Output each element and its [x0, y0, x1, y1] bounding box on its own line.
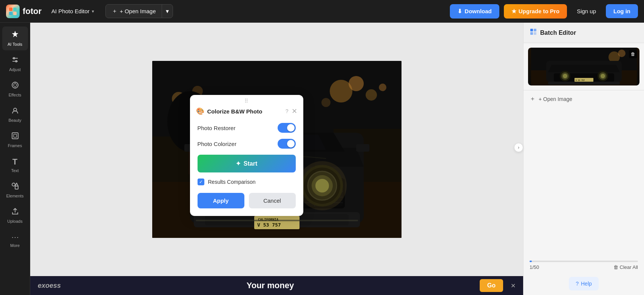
- open-image-main[interactable]: ＋ + Open Image: [106, 5, 162, 18]
- svg-rect-16: [15, 186, 18, 189]
- svg-point-8: [12, 82, 18, 88]
- sidebar-item-more[interactable]: ⋯ More: [2, 229, 28, 252]
- open-image-dropdown-arrow[interactable]: ▾: [162, 5, 173, 18]
- ad-text-left: exoess: [38, 282, 61, 290]
- open-image-panel-label: + Open Image: [539, 96, 572, 102]
- batch-image-thumb: V 53 757 🗑: [528, 48, 639, 85]
- effects-icon: [11, 81, 19, 91]
- panel-drag-handle: ⠿: [190, 95, 303, 106]
- beauty-icon: [11, 106, 19, 116]
- uploads-icon: [11, 207, 19, 217]
- apply-button[interactable]: Apply: [198, 193, 244, 208]
- svg-point-7: [15, 60, 17, 62]
- svg-point-52: [298, 161, 347, 210]
- open-image-label: + Open Image: [120, 8, 156, 14]
- photo-restorer-label: Photo Restorer: [198, 125, 236, 131]
- star-icon: ★: [511, 8, 516, 15]
- sidebar-item-uploads[interactable]: Uploads: [2, 203, 28, 227]
- svg-point-20: [349, 76, 364, 91]
- svg-rect-1: [13, 8, 17, 11]
- svg-rect-60: [196, 220, 358, 221]
- signup-button[interactable]: Sign up: [571, 4, 601, 18]
- help-button[interactable]: ? Help: [569, 277, 599, 290]
- upgrade-button[interactable]: ★ Upgrade to Pro: [504, 4, 567, 19]
- sidebar-item-adjust[interactable]: Adjust: [2, 52, 28, 76]
- photo-colorizer-toggle[interactable]: [278, 139, 296, 149]
- svg-rect-0: [9, 8, 12, 11]
- batch-editor-icon: [530, 28, 537, 37]
- svg-point-68: [618, 50, 625, 57]
- sidebar-item-elements[interactable]: Elements: [2, 178, 28, 202]
- batch-image-delete-button[interactable]: 🗑: [629, 50, 637, 58]
- editor-select-label: AI Photo Editor: [51, 8, 90, 14]
- progress-fill: [530, 261, 532, 262]
- start-button[interactable]: ✦ Start: [198, 155, 296, 172]
- text-icon: T: [12, 157, 17, 167]
- results-comparison-checkbox[interactable]: ✓: [198, 179, 204, 185]
- canvas-image: CALIFORNIA V 53 757: [152, 61, 402, 238]
- canvas-container: CALIFORNIA V 53 757: [30, 23, 523, 276]
- svg-point-76: [601, 74, 605, 78]
- cancel-button[interactable]: Cancel: [249, 193, 296, 208]
- open-image-panel-button[interactable]: ＋ + Open Image: [524, 90, 644, 107]
- download-icon: ⬇: [457, 8, 462, 15]
- chevron-right-icon: ›: [518, 145, 519, 150]
- svg-rect-64: [534, 32, 536, 35]
- svg-rect-79: [548, 82, 620, 85]
- colorize-panel: ⠿ 🎨 Colorize B&W Photo ? ✕ Photo Restore…: [190, 95, 303, 216]
- progress-text: 1/50: [530, 264, 539, 270]
- photo-restorer-row: Photo Restorer: [198, 123, 296, 133]
- sidebar-item-ai-tools[interactable]: AI Tools: [2, 26, 28, 50]
- progress-area: 1/50 🗑 Clear All: [524, 258, 644, 273]
- right-sidebar-spacer: [524, 107, 644, 258]
- sidebar-item-label-uploads: Uploads: [7, 219, 22, 224]
- more-icon: ⋯: [11, 233, 19, 242]
- sidebar-item-beauty[interactable]: Beauty: [2, 102, 28, 126]
- clear-all-button[interactable]: 🗑 Clear All: [613, 264, 638, 270]
- help-area: ? Help: [524, 273, 644, 295]
- ad-close-button[interactable]: ✕: [511, 282, 516, 289]
- elements-icon: [11, 182, 19, 192]
- results-comparison-row: ✓ Results Comparison: [198, 179, 296, 185]
- upgrade-label: Upgrade to Pro: [519, 8, 559, 14]
- sidebar-item-frames[interactable]: Frames: [2, 128, 28, 152]
- sidebar-item-text[interactable]: T Text: [2, 153, 28, 177]
- svg-rect-13: [12, 133, 18, 139]
- toggle-knob: [287, 124, 295, 132]
- wand-icon: ✦: [236, 160, 241, 167]
- ad-cta-button[interactable]: Go: [480, 279, 503, 292]
- open-image-button[interactable]: ＋ + Open Image ▾: [105, 4, 173, 18]
- sidebar-collapse-arrow[interactable]: ›: [514, 143, 523, 152]
- logo-text: fotor: [23, 6, 42, 16]
- download-button[interactable]: ⬇ Download: [450, 4, 499, 19]
- trash-icon: 🗑: [613, 264, 618, 270]
- editor-select[interactable]: AI Photo Editor ▾: [48, 6, 98, 17]
- batch-thumb-svg: V 53 757: [531, 48, 637, 85]
- sidebar-item-effects[interactable]: Effects: [2, 77, 28, 101]
- svg-point-15: [12, 183, 15, 186]
- right-sidebar: Batch Editor: [523, 23, 644, 295]
- sidebar-item-label-effects: Effects: [9, 93, 21, 97]
- sidebar-item-label-beauty: Beauty: [8, 118, 21, 123]
- photo-restorer-toggle[interactable]: [278, 123, 296, 133]
- photo-colorizer-row: Photo Colorizer: [198, 139, 296, 149]
- svg-rect-2: [9, 12, 12, 15]
- panel-body: Photo Restorer Photo Colorizer: [190, 120, 303, 216]
- svg-point-5: [13, 57, 15, 59]
- svg-rect-62: [534, 29, 536, 31]
- svg-rect-63: [530, 32, 533, 35]
- panel-close-button[interactable]: ✕: [292, 107, 297, 115]
- results-comparison-label: Results Comparison: [208, 179, 256, 185]
- chevron-down-icon: ▾: [166, 8, 169, 14]
- help-label: Help: [581, 281, 592, 287]
- logo-area: fotor: [6, 5, 42, 18]
- svg-rect-14: [14, 134, 17, 137]
- sidebar-item-label-frames: Frames: [8, 143, 22, 148]
- help-icon[interactable]: ?: [286, 108, 289, 114]
- plus-icon: ＋: [530, 95, 536, 103]
- progress-bar: [530, 261, 638, 262]
- svg-text:V 53 757: V 53 757: [576, 79, 585, 81]
- canvas-area: CALIFORNIA V 53 757: [30, 23, 523, 295]
- frames-icon: [11, 132, 19, 142]
- login-button[interactable]: Log in: [606, 4, 638, 18]
